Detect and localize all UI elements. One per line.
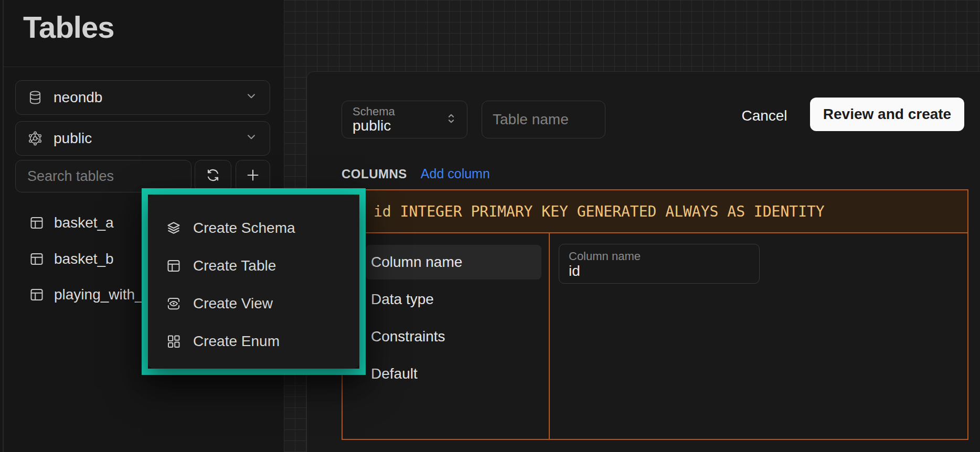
column-name-field[interactable]: Column name	[559, 244, 760, 284]
database-select-value: neondb	[54, 89, 102, 106]
create-table-panel: Schema public Cancel Review and create C…	[306, 71, 980, 452]
field-tab-label: Data type	[371, 291, 434, 308]
field-tab-label: Default	[371, 365, 418, 382]
columns-header: COLUMNS Add column	[342, 166, 490, 181]
field-tab-constraints[interactable]: Constraints	[366, 319, 541, 354]
chevrons-up-down-icon	[444, 111, 459, 128]
create-menu: Create Schema Create Table Create V	[148, 195, 359, 369]
column-name-field-label: Column name	[569, 250, 750, 263]
table-icon	[166, 258, 182, 274]
field-tab-label: Constraints	[371, 328, 445, 345]
column-editor-body: Column name Data type Constraints Defaul…	[343, 233, 967, 439]
table-icon	[29, 251, 45, 267]
refresh-button[interactable]	[195, 160, 231, 192]
add-column-link[interactable]: Add column	[421, 166, 490, 181]
app-screen: Tables neondb	[0, 0, 980, 452]
schema-select-sidebar[interactable]: public	[15, 121, 270, 156]
table-name: basket_a	[54, 214, 114, 231]
sidebar-title: Tables	[23, 9, 114, 45]
field-tabs: Column name Data type Constraints Defaul…	[343, 233, 550, 439]
table-list-item[interactable]: basket_b	[29, 245, 114, 273]
grid-icon	[166, 333, 182, 349]
schema-select-field[interactable]: Schema public	[342, 101, 467, 138]
chevron-down-icon	[244, 89, 258, 106]
schema-field-label: Schema	[353, 105, 395, 118]
table-name: basket_b	[54, 251, 114, 267]
plus-icon	[245, 167, 261, 185]
field-tab-data-type[interactable]: Data type	[366, 282, 541, 317]
annotation-highlight-box: Create Schema Create Table Create V	[142, 188, 366, 375]
table-list-item[interactable]: basket_a	[29, 209, 114, 236]
menu-item-create-enum[interactable]: Create Enum	[148, 322, 359, 360]
field-tab-default[interactable]: Default	[366, 357, 541, 391]
menu-item-label: Create Table	[193, 257, 276, 274]
table-icon	[29, 287, 45, 303]
menu-item-create-view[interactable]: Create View	[148, 285, 359, 322]
menu-item-create-table[interactable]: Create Table	[148, 247, 359, 285]
menu-item-create-schema[interactable]: Create Schema	[148, 209, 359, 247]
eye-icon	[166, 296, 182, 311]
schema-icon	[27, 131, 43, 146]
schema-field-value: public	[353, 118, 395, 134]
menu-item-label: Create View	[193, 295, 273, 312]
table-icon	[29, 215, 45, 231]
search-tables-input[interactable]	[15, 160, 191, 192]
chevron-down-icon	[244, 130, 258, 147]
columns-title: COLUMNS	[342, 167, 407, 181]
layers-icon	[166, 220, 182, 236]
table-name: playing_with_	[54, 286, 143, 303]
sidebar-left-edge	[3, 0, 4, 452]
database-icon	[27, 90, 43, 105]
sidebar-divider	[3, 67, 284, 67]
schema-select-sidebar-value: public	[54, 130, 92, 147]
table-list-item[interactable]: playing_with_	[29, 281, 143, 308]
review-and-create-button[interactable]: Review and create	[810, 98, 964, 131]
column-sql-row[interactable]: id INTEGER PRIMARY KEY GENERATED ALWAYS …	[343, 190, 967, 233]
menu-item-label: Create Schema	[193, 220, 295, 236]
field-tab-label: Column name	[371, 254, 462, 271]
table-name-input[interactable]	[482, 101, 605, 138]
cancel-button[interactable]: Cancel	[732, 103, 797, 128]
field-detail-panel: Column name	[550, 233, 967, 439]
refresh-icon	[205, 167, 221, 185]
database-select[interactable]: neondb	[15, 80, 270, 115]
column-name-input[interactable]	[569, 263, 750, 279]
column-editor: id INTEGER PRIMARY KEY GENERATED ALWAYS …	[342, 189, 968, 440]
add-table-button[interactable]	[236, 160, 270, 192]
column-sql-text: id INTEGER PRIMARY KEY GENERATED ALWAYS …	[374, 203, 825, 220]
field-tab-column-name[interactable]: Column name	[366, 245, 541, 279]
menu-item-label: Create Enum	[193, 333, 280, 350]
